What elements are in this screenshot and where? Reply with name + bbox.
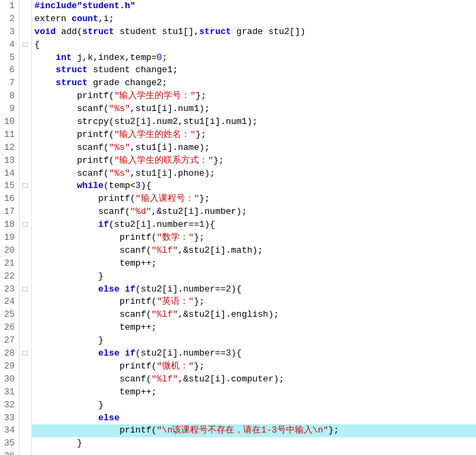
code-line: printf("输入课程号："}; xyxy=(32,193,476,206)
gutter-item xyxy=(20,168,31,181)
line-number: 34 xyxy=(4,424,15,437)
line-number: 22 xyxy=(4,270,15,283)
line-number: 15 xyxy=(4,180,15,193)
line-number: 26 xyxy=(4,321,15,334)
code-line: printf("数学："}; xyxy=(32,232,476,245)
code-line: } xyxy=(32,334,476,347)
code-line: #include"student.h" xyxy=(32,0,476,13)
code-line: temp++; xyxy=(32,386,476,399)
line-number: 36 xyxy=(4,450,15,455)
code-line xyxy=(32,450,476,455)
code-line: } xyxy=(32,270,476,283)
line-number: 12 xyxy=(4,142,15,155)
gutter-item: □ xyxy=(20,180,31,193)
code-line: printf("\n该课程号不存在，请在1-3号中输入\n"}; xyxy=(32,424,476,437)
gutter-item xyxy=(20,450,31,455)
gutter-item xyxy=(20,155,31,168)
gutter-item: □ xyxy=(20,39,31,52)
gutter-item xyxy=(20,412,31,425)
code-line: else if(stu2[i].number==2){ xyxy=(32,283,476,296)
code-line: printf("英语："}; xyxy=(32,296,476,309)
line-number: 1 xyxy=(4,0,15,13)
code-line: printf("输入学生的学号："}; xyxy=(32,90,476,103)
gutter-item xyxy=(20,245,31,257)
line-number: 23 xyxy=(4,283,15,296)
line-number: 13 xyxy=(4,155,15,168)
gutter-item xyxy=(20,52,31,65)
code-line: scanf("%lf",&stu2[i].computer); xyxy=(32,373,476,386)
gutter-item xyxy=(20,13,31,26)
code-line: if(stu2[i].number==1){ xyxy=(32,219,476,232)
code-line: else if(stu2[i].number==3){ xyxy=(32,347,476,360)
code-line: void add(struct student stu1[],struct gr… xyxy=(32,26,476,39)
gutter-item xyxy=(20,296,31,309)
line-number: 31 xyxy=(4,386,15,399)
gutter-item xyxy=(20,270,31,283)
gutter-item xyxy=(20,26,31,39)
line-number: 20 xyxy=(4,245,15,257)
code-line: struct grade change2; xyxy=(32,77,476,90)
code-line: scanf("%s",stu1[i].num1); xyxy=(32,103,476,116)
code-line: int j,k,index,temp=0; xyxy=(32,52,476,65)
gutter-item xyxy=(20,437,31,450)
line-number: 9 xyxy=(4,103,15,116)
gutter-item xyxy=(20,334,31,347)
gutter-item xyxy=(20,64,31,77)
code-line: while(temp<3){ xyxy=(32,180,476,193)
code-line: extern count,i; xyxy=(32,13,476,26)
line-number: 10 xyxy=(4,116,15,129)
line-number: 16 xyxy=(4,193,15,206)
gutter-item xyxy=(20,232,31,245)
gutter-item xyxy=(20,90,31,103)
line-number: 35 xyxy=(4,437,15,450)
gutter-item xyxy=(20,386,31,399)
line-number: 6 xyxy=(4,64,15,77)
gutter-item xyxy=(20,142,31,155)
gutter-item xyxy=(20,399,31,412)
code-line: scanf("%d",&stu2[i].number); xyxy=(32,206,476,219)
code-line: scanf("%s",stu1[i].name); xyxy=(32,142,476,155)
line-number: 5 xyxy=(4,52,15,65)
line-number: 17 xyxy=(4,206,15,219)
line-number: 8 xyxy=(4,90,15,103)
gutter-item xyxy=(20,321,31,334)
line-numbers: 1234567891011121314151617181920212223242… xyxy=(0,0,20,455)
gutter-item xyxy=(20,257,31,270)
line-number: 21 xyxy=(4,257,15,270)
code-line: temp++; xyxy=(32,321,476,334)
code-line: printf("输入学生的姓名："}; xyxy=(32,129,476,142)
line-number: 3 xyxy=(4,26,15,39)
line-number: 4 xyxy=(4,39,15,52)
code-line: } xyxy=(32,399,476,412)
line-number: 19 xyxy=(4,232,15,245)
line-number: 18 xyxy=(4,219,15,232)
code-line: scanf("%s",stu1[i].phone); xyxy=(32,168,476,181)
gutter-item xyxy=(20,103,31,116)
code-line: temp++; xyxy=(32,257,476,270)
line-number: 14 xyxy=(4,168,15,181)
gutter-item: □ xyxy=(20,283,31,296)
line-number: 11 xyxy=(4,129,15,142)
code-line: printf("微机："}; xyxy=(32,360,476,373)
gutter: □□□□□ xyxy=(20,0,32,455)
line-number: 29 xyxy=(4,360,15,373)
line-number: 25 xyxy=(4,309,15,321)
code-line: printf("输入学生的联系方式："}; xyxy=(32,155,476,168)
gutter-item xyxy=(20,373,31,386)
gutter-item: □ xyxy=(20,219,31,232)
code-content: #include"student.h"extern count,i;void a… xyxy=(32,0,476,455)
code-line: { xyxy=(32,39,476,52)
gutter-item xyxy=(20,424,31,437)
code-line: else xyxy=(32,412,476,425)
gutter-item xyxy=(20,0,31,13)
line-number: 28 xyxy=(4,347,15,360)
code-line: } xyxy=(32,437,476,450)
gutter-item xyxy=(20,360,31,373)
gutter-item xyxy=(20,116,31,129)
line-number: 33 xyxy=(4,412,15,425)
code-line: scanf("%lf",&stu2[i].english); xyxy=(32,309,476,321)
line-number: 30 xyxy=(4,373,15,386)
gutter-item xyxy=(20,309,31,321)
line-number: 2 xyxy=(4,13,15,26)
code-line: strcpy(stu2[i].num2,stu1[i].num1); xyxy=(32,116,476,129)
